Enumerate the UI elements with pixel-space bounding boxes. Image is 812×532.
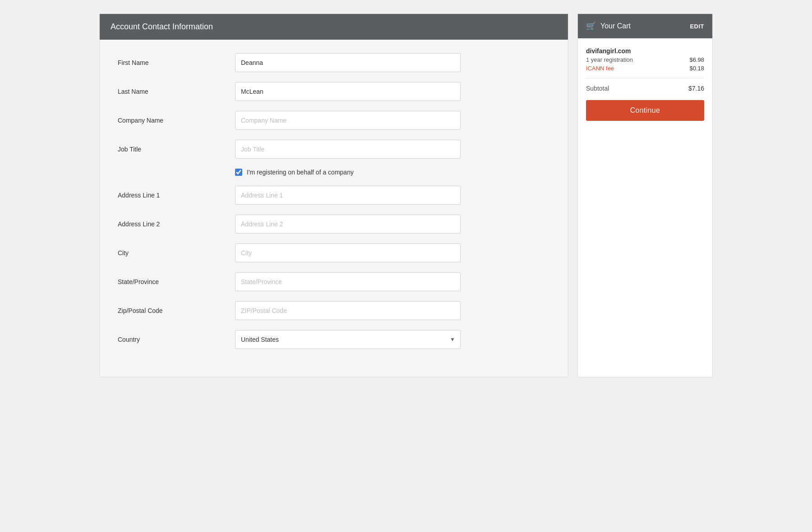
cart-icon: 🛒: [586, 21, 596, 31]
cart-registration-label: 1 year registration: [586, 56, 633, 63]
last-name-input[interactable]: [235, 82, 461, 101]
state-label: State/Province: [118, 278, 235, 285]
form-title: Account Contact Information: [111, 22, 557, 32]
first-name-input[interactable]: [235, 53, 461, 72]
city-input[interactable]: [235, 243, 461, 262]
first-name-label: First Name: [118, 59, 235, 66]
last-name-row: Last Name: [118, 82, 550, 101]
last-name-label: Last Name: [118, 88, 235, 95]
city-label: City: [118, 249, 235, 257]
continue-button[interactable]: Continue: [586, 100, 704, 121]
company-checkbox[interactable]: [235, 169, 242, 176]
company-name-label: Company Name: [118, 117, 235, 124]
form-header: Account Contact Information: [100, 14, 568, 40]
job-title-label: Job Title: [118, 146, 235, 153]
cart-divider: [586, 78, 704, 78]
job-title-row: Job Title: [118, 140, 550, 159]
state-input[interactable]: [235, 272, 461, 291]
company-name-input[interactable]: [235, 111, 461, 130]
zip-input[interactable]: [235, 301, 461, 320]
country-row: Country United States Canada United King…: [118, 330, 550, 349]
address2-row: Address Line 2: [118, 215, 550, 234]
company-checkbox-label[interactable]: I'm registering on behalf of a company: [247, 169, 354, 176]
address1-row: Address Line 1: [118, 186, 550, 205]
cart-header: 🛒 Your Cart EDIT: [578, 14, 712, 38]
cart-subtotal-price: $7.16: [688, 85, 704, 92]
cart-icann-row: ICANN fee $0.18: [586, 65, 704, 72]
city-row: City: [118, 243, 550, 262]
address1-input[interactable]: [235, 186, 461, 205]
cart-registration-row: 1 year registration $6.98: [586, 56, 704, 63]
cart-body: divifangirl.com 1 year registration $6.9…: [578, 38, 712, 130]
cart-icann-price: $0.18: [689, 65, 704, 72]
company-checkbox-row: I'm registering on behalf of a company: [118, 169, 550, 176]
cart-icann-label: ICANN fee: [586, 65, 614, 72]
country-select-wrapper: United States Canada United Kingdom Aust…: [235, 330, 461, 349]
state-row: State/Province: [118, 272, 550, 291]
cart-subtotal-label: Subtotal: [586, 85, 609, 92]
country-label: Country: [118, 336, 235, 343]
cart-registration-price: $6.98: [689, 56, 704, 63]
cart-header-left: 🛒 Your Cart: [586, 21, 631, 31]
country-select[interactable]: United States Canada United Kingdom Aust…: [235, 330, 461, 349]
first-name-row: First Name: [118, 53, 550, 72]
address1-label: Address Line 1: [118, 192, 235, 199]
company-name-row: Company Name: [118, 111, 550, 130]
cart-sidebar: 🛒 Your Cart EDIT divifangirl.com 1 year …: [577, 14, 713, 377]
cart-subtotal-row: Subtotal $7.16: [586, 85, 704, 92]
address2-input[interactable]: [235, 215, 461, 234]
cart-title: Your Cart: [600, 22, 631, 30]
cart-domain: divifangirl.com: [586, 47, 704, 55]
address2-label: Address Line 2: [118, 220, 235, 228]
zip-label: Zip/Postal Code: [118, 307, 235, 314]
cart-edit-link[interactable]: EDIT: [690, 23, 704, 30]
job-title-input[interactable]: [235, 140, 461, 159]
zip-row: Zip/Postal Code: [118, 301, 550, 320]
